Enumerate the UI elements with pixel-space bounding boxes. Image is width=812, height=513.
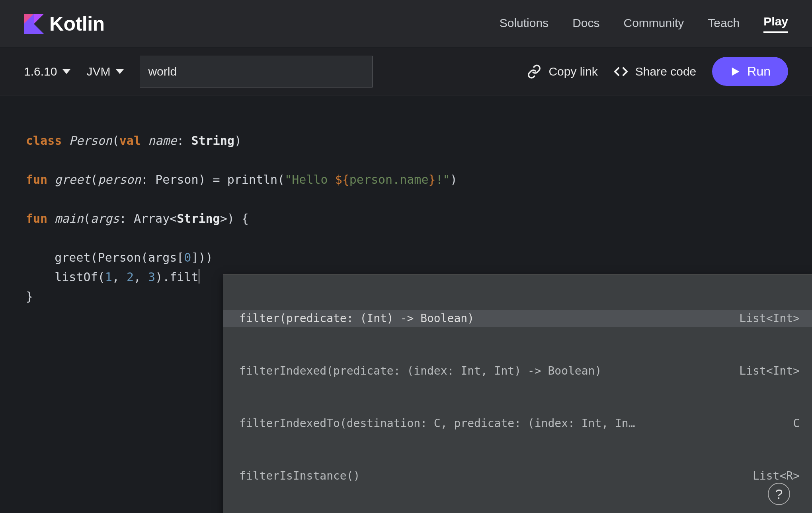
nav-community[interactable]: Community [624,16,684,31]
nav-docs[interactable]: Docs [572,16,599,31]
autocomplete-item[interactable]: filterIndexed(predicate: (index: Int, In… [223,362,812,380]
nav-teach[interactable]: Teach [708,16,740,31]
share-code-label: Share code [635,65,696,78]
brand-logo[interactable]: Kotlin [24,12,105,35]
target-dropdown[interactable]: JVM [86,65,124,78]
autocomplete-item[interactable]: filterIndexedTo(destination: C, predicat… [223,415,812,432]
help-button[interactable]: ? [768,483,790,505]
autocomplete-item[interactable]: filterIsInstance() List<R> [223,467,812,485]
play-icon [730,66,741,77]
autocomplete-return-type: List<Int> [727,362,800,380]
target-label: JVM [86,65,110,78]
autocomplete-signature: filterIndexedTo(destination: C, predicat… [239,415,635,432]
autocomplete-signature: filterIsInstance() [239,467,360,485]
code-line-3: fun main(args: Array<String>) { [26,212,249,225]
nav-play[interactable]: Play [763,15,788,33]
code-line-4: greet(Person(args[0])) [26,251,213,264]
run-label: Run [747,64,771,79]
autocomplete-return-type: C [781,415,800,432]
code-editor[interactable]: class Person(val name: String) fun greet… [0,95,812,381]
code-line-6: } [26,290,33,303]
svg-marker-2 [34,14,44,24]
code-line-1: class Person(val name: String) [26,134,242,148]
run-button[interactable]: Run [712,57,788,86]
nav-links: Solutions Docs Community Teach Play [500,15,788,33]
share-code-button[interactable]: Share code [614,64,696,79]
copy-link-label: Copy link [548,65,597,78]
code-line-5: listOf(1, 2, 3).filt [26,270,199,284]
link-icon [527,64,541,79]
program-args-input[interactable] [140,56,373,87]
caret-down-icon [116,69,124,74]
code-icon [614,64,628,79]
autocomplete-item[interactable]: filter(predicate: (Int) -> Boolean) List… [223,310,812,327]
version-label: 1.6.10 [24,65,57,78]
svg-marker-3 [732,67,740,76]
top-nav: Kotlin Solutions Docs Community Teach Pl… [0,0,812,48]
nav-solutions[interactable]: Solutions [500,16,548,31]
code-line-2: fun greet(person: Person) = println("Hel… [26,173,457,187]
kotlin-logo-icon [24,14,44,34]
brand-name: Kotlin [49,12,105,35]
copy-link-button[interactable]: Copy link [527,64,597,79]
autocomplete-signature: filterIndexed(predicate: (index: Int, In… [239,362,601,380]
autocomplete-signature: filter(predicate: (Int) -> Boolean) [239,310,474,327]
text-cursor [199,269,199,284]
autocomplete-return-type: List<Int> [727,310,800,327]
autocomplete-return-type: List<R> [741,467,800,485]
autocomplete-popup: filter(predicate: (Int) -> Boolean) List… [223,274,812,513]
playground-toolbar: 1.6.10 JVM Copy link Share code Run [0,48,812,95]
version-dropdown[interactable]: 1.6.10 [24,65,70,78]
help-label: ? [775,486,783,502]
caret-down-icon [62,69,70,74]
